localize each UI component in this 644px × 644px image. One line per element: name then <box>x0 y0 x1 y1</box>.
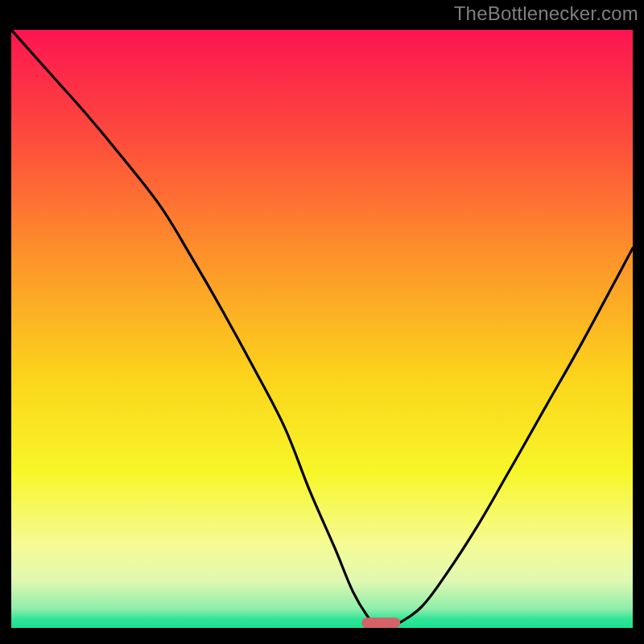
background-gradient <box>11 30 633 628</box>
svg-rect-0 <box>11 30 633 628</box>
watermark-text: TheBottlenecker.com <box>454 2 638 25</box>
plot-area <box>11 30 633 628</box>
